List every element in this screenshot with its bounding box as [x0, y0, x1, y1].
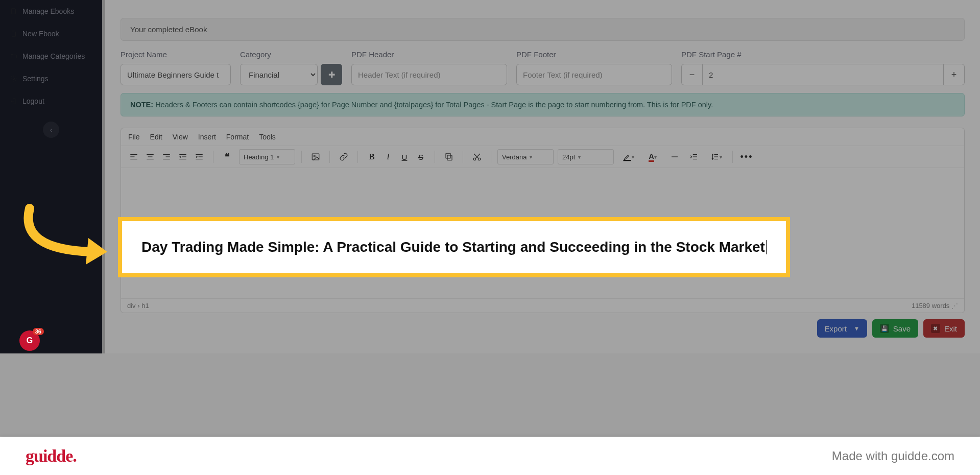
chevron-down-icon: ▾	[720, 154, 722, 160]
main-panel: Your completed eBook Project Name Catego…	[102, 0, 980, 353]
category-label: Category	[240, 50, 342, 59]
menu-tools[interactable]: Tools	[259, 133, 276, 141]
start-page-stepper: − 2 +	[681, 64, 965, 85]
outdent-button[interactable]	[175, 149, 190, 164]
underline-button[interactable]: U	[397, 149, 412, 164]
exit-button[interactable]: ✖ Exit	[923, 319, 965, 338]
avatar[interactable]: G 36	[19, 330, 40, 351]
plus-icon: ✚	[328, 70, 335, 80]
text-color-button[interactable]: A ▾	[642, 149, 663, 164]
line-height-button[interactable]: ▾	[706, 149, 726, 164]
cut-button[interactable]	[469, 149, 485, 164]
category-select[interactable]: Financial	[240, 64, 318, 85]
document-title-heading[interactable]: Day Trading Made Simple: A Practical Gui…	[141, 238, 767, 257]
menu-format[interactable]: Format	[226, 133, 249, 141]
form-row: Project Name Category Financial ✚ PDF He…	[121, 50, 965, 85]
action-row: Export ▼ 💾 Save ✖ Exit	[121, 319, 965, 338]
sidebar-item-label: Settings	[22, 75, 49, 83]
sidebar: Manage Ebooks New Ebook Manage Categorie…	[0, 0, 102, 353]
sidebar-item-settings[interactable]: Settings	[0, 67, 102, 90]
sidebar-item-logout[interactable]: Logout	[0, 90, 102, 112]
sidebar-item-manage-ebooks[interactable]: Manage Ebooks	[0, 0, 102, 22]
chevron-down-icon: ▾	[578, 154, 581, 160]
gear-icon	[10, 75, 17, 82]
start-page-label: PDF Start Page #	[681, 50, 965, 59]
sidebar-item-new-ebook[interactable]: New Ebook	[0, 22, 102, 45]
indent-text-button[interactable]	[686, 149, 702, 164]
svg-rect-20	[446, 153, 450, 158]
image-button[interactable]	[308, 149, 323, 164]
sidebar-item-label: Manage Ebooks	[22, 7, 74, 15]
block-format-select[interactable]: Heading 1▾	[239, 149, 295, 164]
pdf-header-label: PDF Header	[351, 50, 507, 59]
menu-file[interactable]: File	[128, 133, 140, 141]
stepper-increment[interactable]: +	[943, 64, 965, 85]
guidde-logo: guidde.	[26, 446, 77, 466]
blockquote-button[interactable]: ❝	[220, 149, 235, 164]
caret-down-icon: ▼	[854, 325, 859, 331]
note-label: NOTE:	[130, 101, 153, 109]
sidebar-item-label: Logout	[22, 97, 44, 105]
highlighted-editor-heading: Day Trading Made Simple: A Practical Gui…	[118, 217, 790, 277]
stepper-value[interactable]: 2	[703, 64, 943, 85]
chevron-down-icon: ▾	[654, 154, 657, 160]
editor-path: div › h1	[127, 302, 149, 310]
svg-rect-17	[312, 154, 319, 160]
font-family-select[interactable]: Verdana▾	[497, 149, 554, 164]
close-icon: ✖	[931, 324, 940, 333]
copy-button[interactable]	[441, 149, 457, 164]
editor-menubar: File Edit View Insert Format Tools	[121, 128, 964, 146]
sidebar-item-label: Manage Categories	[22, 52, 85, 60]
text-cursor	[766, 240, 767, 254]
menu-edit[interactable]: Edit	[150, 133, 162, 141]
resize-handle-icon[interactable]: ⋰	[951, 302, 958, 310]
sidebar-collapse-button[interactable]: ‹	[0, 122, 102, 138]
align-left-button[interactable]	[126, 149, 141, 164]
svg-rect-25	[623, 160, 631, 161]
sidebar-item-manage-categories[interactable]: Manage Categories	[0, 45, 102, 67]
save-icon: 💾	[880, 324, 889, 333]
add-category-button[interactable]: ✚	[321, 64, 342, 85]
svg-point-1	[13, 78, 15, 80]
folder-icon	[10, 53, 17, 60]
font-size-select[interactable]: 24pt▾	[558, 149, 614, 164]
editor-statusbar: div › h1 11589 words ⋰	[121, 298, 964, 313]
export-button[interactable]: Export ▼	[817, 319, 867, 338]
italic-button[interactable]: I	[380, 149, 396, 164]
chevron-down-icon: ▾	[277, 154, 279, 160]
editor-toolbar: ❝ Heading 1▾ B I U S	[121, 146, 964, 168]
hr-button[interactable]	[667, 149, 682, 164]
more-button[interactable]: •••	[739, 149, 754, 164]
section-subtitle: Your completed eBook	[121, 18, 965, 41]
pdf-footer-input[interactable]	[516, 64, 672, 85]
pdf-header-input[interactable]	[351, 64, 507, 85]
guidde-footer: guidde. Made with guidde.com	[0, 437, 980, 475]
chevron-left-icon: ‹	[50, 126, 53, 134]
menu-view[interactable]: View	[173, 133, 188, 141]
project-name-input[interactable]	[121, 64, 231, 85]
link-button[interactable]	[336, 149, 351, 164]
menu-insert[interactable]: Insert	[198, 133, 216, 141]
highlight-color-button[interactable]: ▾	[618, 149, 638, 164]
svg-rect-0	[11, 9, 15, 14]
chevron-down-icon: ▾	[530, 154, 532, 160]
avatar-glyph: G	[27, 336, 33, 345]
editor-word-count: 11589 words	[912, 302, 949, 310]
save-button[interactable]: 💾 Save	[872, 319, 918, 338]
plus-icon: +	[951, 69, 957, 80]
stepper-decrement[interactable]: −	[681, 64, 703, 85]
align-center-button[interactable]	[142, 149, 158, 164]
svg-rect-19	[447, 155, 452, 160]
chevron-down-icon: ▾	[632, 154, 634, 160]
project-name-label: Project Name	[121, 50, 231, 59]
bold-button[interactable]: B	[364, 149, 379, 164]
avatar-badge: 36	[33, 328, 44, 335]
guidde-made-label: Made with guidde.com	[832, 449, 954, 463]
note-box: NOTE: Headers & Footers can contain shor…	[121, 93, 965, 116]
align-right-button[interactable]	[159, 149, 174, 164]
strikethrough-button[interactable]: S	[413, 149, 428, 164]
indent-button[interactable]	[192, 149, 207, 164]
sidebar-item-label: New Ebook	[22, 30, 59, 38]
pdf-footer-label: PDF Footer	[516, 50, 672, 59]
minus-icon: −	[689, 69, 695, 80]
